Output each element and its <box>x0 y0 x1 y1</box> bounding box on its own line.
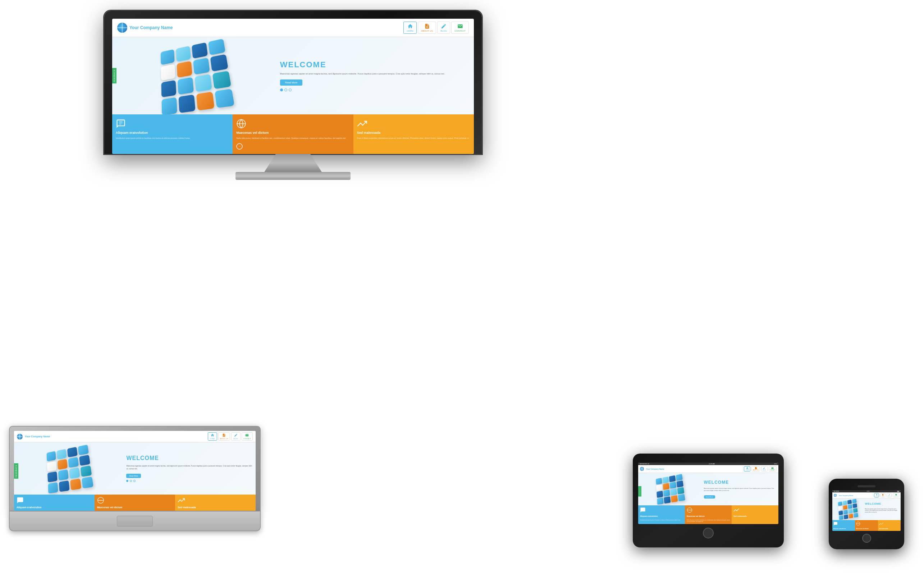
laptop-touchpad[interactable] <box>117 516 153 527</box>
feature-3-tablet: Sed malesuada <box>732 505 779 524</box>
hero-title-monitor: WELCOME <box>280 60 469 69</box>
feature-3-monitor: Sed malesuada Cras in libero imperdiet, … <box>353 114 474 154</box>
nav-about-monitor[interactable]: ABOUT US <box>418 21 436 34</box>
hero-laptop: FEEDBACK WELCOME Maecenas eges <box>14 442 256 494</box>
dot-1-laptop[interactable] <box>126 480 128 482</box>
nav-contact-tablet[interactable]: CONTACT <box>769 466 777 471</box>
nav-phone[interactable]: HOME ABOUT BLOG CONTACT <box>874 493 899 498</box>
monitor-frame: Your Company Name HOME ABOUT US <box>104 11 482 154</box>
logo-globe-tablet <box>640 467 644 471</box>
nav-home-tablet[interactable]: HOME <box>744 466 750 471</box>
feature-1-monitor: Aliquam eratvolution Vestibulum ante ips… <box>112 114 233 154</box>
logo-globe-phone <box>834 494 837 497</box>
hero-visual-tablet: FEEDBACK <box>638 473 701 505</box>
feature-1-title-tablet: Aliquam eratvolution <box>640 515 683 517</box>
tiles-tablet <box>638 473 701 505</box>
nav-contact-laptop[interactable]: CONTACT <box>242 432 253 441</box>
monitor: Your Company Name HOME ABOUT US <box>104 11 482 180</box>
hero-body-monitor: Maecenas egestas sapien sit amet magna l… <box>280 72 469 76</box>
nav-home-monitor[interactable]: HOME <box>403 21 417 34</box>
feature-2-text-monitor: Nulla odio purus, hendrerit ut facilisis… <box>236 137 350 140</box>
nav-blog-laptop[interactable]: BLOG <box>231 432 241 441</box>
hero-body-tablet: Maecenas egestas sapien sit amet magna l… <box>704 488 776 492</box>
hero-title-laptop: WELCOME <box>126 455 252 461</box>
feature-3-title-tablet: Sed malesuada <box>733 515 777 517</box>
hero-visual-laptop: FEEDBACK <box>14 442 123 494</box>
logo-phone: Your Company Name <box>834 494 853 497</box>
logo-laptop: Your Company Name <box>17 434 50 440</box>
feature-3-phone: Sed malesuada <box>878 520 901 531</box>
laptop-frame: Your Company Name HOME ABOUT US <box>9 426 261 511</box>
hero-content-laptop: WELCOME Maecenas egestas sapien sit amet… <box>123 442 256 494</box>
read-more-btn-laptop[interactable]: Read More <box>126 474 141 478</box>
dot-1-monitor[interactable] <box>280 88 283 91</box>
nav-about-laptop[interactable]: ABOUT US <box>218 432 230 441</box>
dot-2-laptop[interactable] <box>130 480 132 482</box>
feature-2-title-laptop: Maecenas vel dictum <box>97 506 173 509</box>
feature-3-text-monitor: Cras in libero imperdiet, elementum turp… <box>357 137 470 140</box>
phone-home-btn[interactable] <box>862 534 871 543</box>
website-phone: NETWORK 12:32 ▐▐▐ Your Company Name <box>832 490 901 531</box>
logo-text-laptop: Your Company Name <box>25 435 50 438</box>
hero-dots-monitor <box>280 88 469 91</box>
nav-about-tablet[interactable]: ABOUT US <box>751 466 760 471</box>
logo-text-monitor: Your Company Name <box>129 25 173 30</box>
monitor-base <box>236 172 351 180</box>
features-laptop: Aliquam eratvolution Maecenas vel dictum… <box>14 494 256 511</box>
hero-tablet: FEEDBACK WELCOME Maecenas eges <box>638 473 779 505</box>
hero-dots-laptop <box>126 480 252 482</box>
tiles-laptop <box>14 442 123 494</box>
logo-monitor: Your Company Name <box>117 23 173 33</box>
hero-body-laptop: Maecenas egestas sapien sit amet magna l… <box>126 465 252 470</box>
nav-tablet[interactable]: HOME ABOUT US BLOG CONTACT <box>744 466 777 471</box>
hero-title-tablet: WELCOME <box>704 480 776 485</box>
laptop-keyboard <box>9 511 261 531</box>
logo-tablet: Your Company Name <box>640 467 664 471</box>
tiles-phone <box>832 499 863 520</box>
hero-phone: WELCOME Maecenas egestas sapien sit amet… <box>832 499 901 520</box>
laptop: Your Company Name HOME ABOUT US <box>9 426 261 531</box>
dot-3-monitor[interactable] <box>289 88 292 91</box>
nav-home-phone[interactable]: HOME <box>874 493 879 498</box>
feature-2-tablet: Maecenas vel dictum Nulla odio purus, he… <box>685 505 732 524</box>
monitor-screen: Your Company Name HOME ABOUT US <box>112 19 474 154</box>
read-more-btn-tablet[interactable]: Read More <box>704 495 716 499</box>
phone: NETWORK 12:32 ▐▐▐ Your Company Name <box>829 479 904 549</box>
nav-laptop[interactable]: HOME ABOUT US BLOG CONTACT <box>208 432 253 441</box>
phone-frame: NETWORK 12:32 ▐▐▐ Your Company Name <box>829 479 904 549</box>
feature-3-title-phone: Sed malesuada <box>879 528 899 529</box>
nav-home-laptop[interactable]: HOME <box>208 432 217 441</box>
dot-3-laptop[interactable] <box>134 480 135 482</box>
features-tablet: Aliquam eratvolution Vestibulum ante ips… <box>638 505 779 524</box>
status-bar-tablet: NETWORK 3G 11:05 AM 51% <box>638 463 779 465</box>
feature-1-text-monitor: Vestibulum ante ipsum primis in faucibus… <box>116 137 229 140</box>
feature-2-title-phone: Maecenas vel dictum <box>856 528 876 529</box>
website-monitor: Your Company Name HOME ABOUT US <box>112 19 474 154</box>
hero-visual-monitor: FEEDBACK <box>112 37 275 114</box>
nav-blog-phone[interactable]: BLOG <box>887 493 892 498</box>
site-header-laptop: Your Company Name HOME ABOUT US <box>14 431 256 442</box>
website-laptop: Your Company Name HOME ABOUT US <box>14 431 256 511</box>
nav-contact-monitor[interactable]: CONTACT <box>451 21 469 34</box>
feature-2-monitor: Maecenas vel dictum Nulla odio purus, he… <box>233 114 353 154</box>
hero-title-phone: WELCOME <box>865 502 899 505</box>
logo-globe-monitor <box>117 23 127 33</box>
hero-body-phone: Maecenas egestas sapien sit amet magna l… <box>865 508 899 513</box>
features-monitor: Aliquam eratvolution Vestibulum ante ips… <box>112 114 474 154</box>
nav-blog-tablet[interactable]: BLOG <box>761 466 767 471</box>
tablet: NETWORK 3G 11:05 AM 51% Your Company Nam… <box>633 453 784 547</box>
nav-contact-phone[interactable]: CONTACT <box>893 493 899 498</box>
feature-2-arrow-monitor[interactable]: → <box>236 143 243 150</box>
features-phone: Aliquam eratvolution Maecenas vel dictum… <box>832 520 901 531</box>
tablet-home-btn[interactable] <box>703 527 714 539</box>
feature-1-title-laptop: Aliquam eratvolution <box>16 506 92 509</box>
hero-monitor: FEEDBACK <box>112 37 474 114</box>
read-more-btn-monitor[interactable]: Read More <box>280 79 303 86</box>
site-header-tablet: Your Company Name HOME ABOUT US <box>638 465 779 473</box>
nav-about-phone[interactable]: ABOUT <box>880 493 886 498</box>
nav-blog-monitor[interactable]: BLOG <box>437 21 450 34</box>
logo-globe-laptop <box>17 434 23 440</box>
feature-2-title-monitor: Maecenas vel dictum <box>236 131 350 134</box>
nav-monitor[interactable]: HOME ABOUT US BLOG <box>403 21 469 34</box>
dot-2-monitor[interactable] <box>284 88 287 91</box>
